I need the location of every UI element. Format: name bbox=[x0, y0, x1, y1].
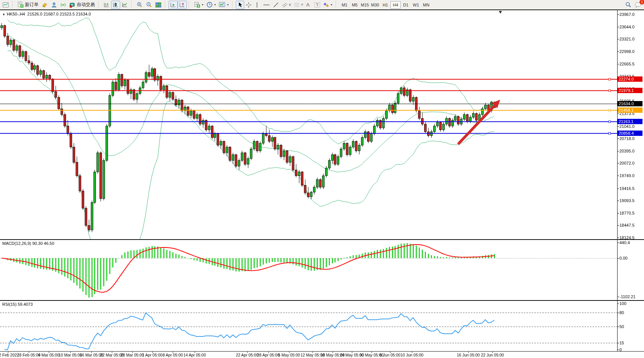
level-price-label: 20858.4 bbox=[618, 131, 642, 136]
price-axis-tick: 20395.0 bbox=[619, 149, 635, 153]
fibonacci-button[interactable]: F bbox=[293, 1, 305, 9]
periods-button[interactable]: ▾ bbox=[205, 1, 217, 9]
timeframe-group: M1M5M15M30H1H4D1W1MN bbox=[338, 0, 432, 10]
auto-trading-label: 自动交易 bbox=[77, 2, 95, 8]
text-label-icon: T bbox=[314, 2, 320, 8]
text-label-button[interactable]: T bbox=[313, 1, 322, 9]
trendline-button[interactable] bbox=[271, 1, 280, 9]
timeframe-h4[interactable]: H4 bbox=[390, 1, 401, 9]
collapse-triangle-icon[interactable]: ▼ bbox=[2, 13, 5, 16]
time-axis-label: 1 Apr 05:00 bbox=[142, 353, 163, 357]
macd-axis-tick: 0.00 bbox=[619, 256, 627, 260]
tile-windows-button[interactable] bbox=[154, 1, 163, 9]
time-axis-label: 6 Jun 05:00 bbox=[380, 353, 401, 357]
candlestick-chart-button[interactable] bbox=[111, 1, 120, 9]
rsi-panel: RSI(15) 59.4073 1008050150 bbox=[0, 300, 644, 351]
rsi-header: RSI(15) 59.4073 bbox=[2, 302, 33, 307]
timeframe-mn[interactable]: MN bbox=[421, 1, 431, 9]
new-order-button[interactable]: 新订单 bbox=[16, 1, 40, 9]
macd-values: 90.30 46.50 bbox=[32, 241, 54, 246]
chart-shift-icon bbox=[179, 2, 185, 8]
indicators-button[interactable]: ▾ bbox=[192, 1, 205, 9]
timeframe-m5[interactable]: M5 bbox=[350, 1, 360, 9]
timeframe-m1[interactable]: M1 bbox=[339, 1, 350, 9]
line-chart-icon bbox=[122, 2, 128, 8]
rsi-name: RSI(15) bbox=[2, 302, 17, 307]
macd-panel: MACD(12,26,9) 90.30 46.50 440.40.00-1102… bbox=[0, 239, 644, 300]
auto-scroll-button[interactable] bbox=[169, 1, 178, 9]
main-chart-panel: ▼HK50-,H4 21526.0 21687.0 21523.5 21634.… bbox=[0, 10, 644, 239]
zoom-out-button[interactable] bbox=[144, 1, 154, 9]
cursor-button[interactable] bbox=[236, 1, 244, 9]
timeframe-m15[interactable]: M15 bbox=[360, 1, 370, 9]
time-axis-label: 5 May 05:00 bbox=[278, 353, 300, 357]
time-axis-label: 28 Mar 05:00 bbox=[121, 353, 144, 357]
zoom-in-icon bbox=[136, 2, 143, 8]
signals-button[interactable] bbox=[59, 1, 68, 9]
price-axis-tick: 19093.5 bbox=[619, 198, 635, 203]
search-icon bbox=[625, 2, 632, 8]
rsi-chart[interactable] bbox=[0, 301, 644, 351]
crosshair-button[interactable] bbox=[244, 1, 253, 9]
bar-chart-button[interactable] bbox=[102, 1, 111, 9]
shapes-icon bbox=[323, 2, 329, 8]
template-icon bbox=[219, 2, 226, 8]
chart-open: 21526.0 bbox=[27, 12, 42, 16]
rsi-axis-tick: 15 bbox=[619, 341, 624, 345]
price-axis-tick: 19416.5 bbox=[619, 186, 635, 191]
time-axis-label: 10 Jun 05:00 bbox=[401, 353, 424, 357]
chart-window-icon[interactable] bbox=[1, 1, 10, 9]
timeframe-m30[interactable]: M30 bbox=[370, 1, 380, 9]
notifications-button[interactable]: 1 bbox=[633, 1, 643, 9]
trading-platform-window: { "toolbar": { "new_order_label": "新订单",… bbox=[0, 0, 644, 358]
equidistant-channel-button[interactable]: E bbox=[280, 1, 293, 9]
price-axis-tick: 23967.0 bbox=[619, 12, 635, 17]
time-axis-label: 28 Feb 05:00 bbox=[17, 353, 40, 357]
new-order-icon bbox=[17, 2, 24, 8]
macd-chart[interactable] bbox=[0, 240, 644, 300]
price-axis-tick: 22665.5 bbox=[619, 62, 635, 66]
candlestick-chart[interactable] bbox=[0, 10, 644, 239]
fibonacci-icon bbox=[294, 2, 300, 8]
macd-axis-tick: 440.4 bbox=[619, 240, 630, 245]
macd-name: MACD(12,26,9) bbox=[2, 241, 31, 246]
line-chart-button[interactable] bbox=[120, 1, 129, 9]
price-axis-tick: 18770.5 bbox=[619, 211, 635, 215]
add-indicator-icon bbox=[194, 2, 200, 8]
text-button[interactable]: A bbox=[305, 1, 313, 9]
fibo-letter: F bbox=[301, 3, 303, 6]
time-axis-label: 16 Mar 05:00 bbox=[80, 353, 103, 357]
chart-shift-button[interactable] bbox=[178, 1, 187, 9]
time-axis-label: 4 Mar 05:00 bbox=[38, 353, 59, 357]
rsi-axis-tick: 100 bbox=[619, 301, 626, 306]
time-axis[interactable]: 22 Feb 202228 Feb 05:004 Mar 05:0010 Mar… bbox=[0, 351, 644, 358]
chart-close: 21634.0 bbox=[76, 12, 91, 16]
level-price-label: 21163.1 bbox=[618, 119, 642, 124]
time-axis-label: 22 Feb 2022 bbox=[0, 353, 19, 357]
time-axis-label: 14 Apr 05:00 bbox=[183, 353, 206, 357]
price-axis-tick: 20718.0 bbox=[619, 136, 635, 141]
accounts-button[interactable] bbox=[50, 1, 59, 9]
templates-button[interactable]: ▾ bbox=[217, 1, 230, 9]
chevron-down-icon: ▾ bbox=[227, 3, 229, 6]
auto-trading-button[interactable]: 自动交易 bbox=[68, 1, 96, 9]
timeframe-d1[interactable]: D1 bbox=[401, 1, 411, 9]
arrows-button[interactable]: ▾ bbox=[322, 1, 334, 9]
timeframe-h1[interactable]: H1 bbox=[380, 1, 390, 9]
time-axis-label: 16 Jun 05:00 bbox=[457, 353, 480, 357]
price-axis-tick: 21041.0 bbox=[619, 124, 635, 129]
chart-low: 21523.5 bbox=[60, 12, 75, 16]
time-axis-label: 22 Mar 05:00 bbox=[100, 353, 124, 357]
crosshair-icon bbox=[246, 2, 252, 8]
horizontal-line-button[interactable] bbox=[262, 1, 271, 9]
zoom-in-button[interactable] bbox=[135, 1, 144, 9]
horizontal-line-icon bbox=[263, 2, 270, 8]
trendline-icon bbox=[273, 2, 279, 8]
vertical-line-button[interactable] bbox=[253, 1, 262, 9]
price-axis-tick: 22998.0 bbox=[619, 49, 635, 54]
price-axis-tick: 19749.0 bbox=[619, 173, 635, 178]
rsi-axis-tick: 80 bbox=[619, 310, 624, 315]
timeframe-w1[interactable]: W1 bbox=[411, 1, 421, 9]
market-depth-button[interactable] bbox=[40, 1, 50, 9]
search-button[interactable] bbox=[624, 1, 633, 9]
